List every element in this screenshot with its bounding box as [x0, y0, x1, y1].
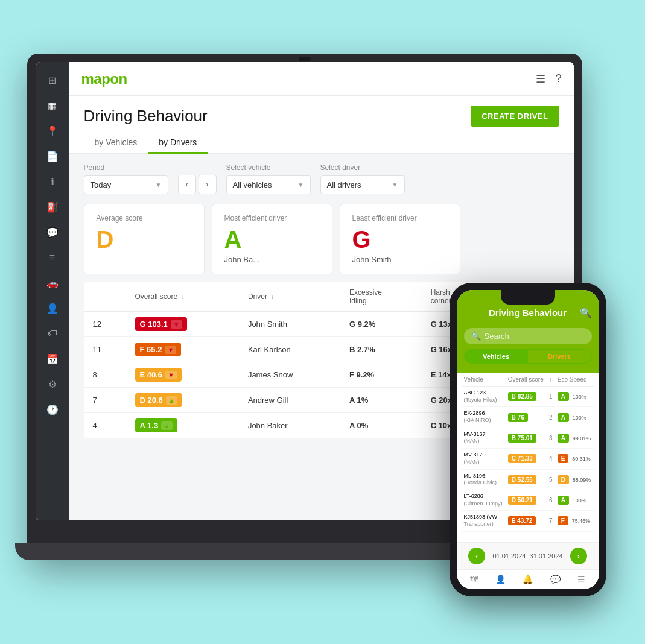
- ph-rank-cell: 5: [547, 469, 555, 490]
- driver-cell: James Snow: [240, 362, 341, 388]
- vehicle-filter-group: Select vehicle All vehicles ▼: [226, 163, 311, 194]
- phone-nav-map-icon[interactable]: 🗺: [470, 575, 478, 584]
- sidebar-icon-location[interactable]: 📍: [42, 120, 63, 142]
- phone-nav-user-icon[interactable]: 👤: [495, 575, 506, 584]
- driver-value: All drivers: [327, 180, 361, 189]
- driver-select[interactable]: All drivers ▼: [320, 175, 405, 194]
- col-overall-score[interactable]: Overall score ↓: [127, 282, 240, 312]
- rank-cell: 7: [84, 388, 127, 413]
- phone-next-button[interactable]: ›: [570, 548, 587, 564]
- col-excessive-idling[interactable]: ExcessiveIdling: [341, 282, 422, 312]
- phone-bottom-nav: 🗺 👤 🔔 💬 ☰: [457, 569, 599, 589]
- sidebar-icon-chat[interactable]: 💬: [42, 221, 63, 243]
- ph-vehicle-cell: MV-3167(MAN): [462, 428, 506, 448]
- phone-search-bar[interactable]: 🔍 Search: [464, 328, 592, 344]
- phone-search-icon[interactable]: 🔍: [580, 307, 592, 318]
- ph-score-cell: C 71.33: [506, 449, 547, 469]
- phone-table-body: ABC-123(Toyota Hilux) B 82.85 1 A 100% E…: [462, 387, 594, 532]
- ph-col-overall: Overall score: [506, 373, 547, 387]
- phone-table-row: MV-3167(MAN) B 75.01 3 A 99.01%: [462, 428, 594, 448]
- driver-cell: Karl Karlson: [240, 337, 341, 362]
- tab-by-vehicles[interactable]: by Vehicles: [84, 133, 148, 154]
- vehicle-select[interactable]: All vehicles ▼: [226, 175, 311, 194]
- period-label: Period: [84, 163, 168, 172]
- phone-search-placeholder: Search: [485, 332, 509, 341]
- phone-search-icon-inner: 🔍: [471, 332, 481, 341]
- period-filter-group: Period Today ▼: [84, 163, 168, 194]
- rank-cell: 11: [84, 337, 127, 362]
- ph-vehicle-cell: ML-8196(Honda Civic): [462, 469, 506, 490]
- filters-row: Period Today ▼ ‹ › Select vehicle: [69, 154, 574, 204]
- help-icon[interactable]: ?: [555, 72, 561, 86]
- driver-cell: John Smith: [240, 312, 341, 337]
- phone-nav-menu-icon[interactable]: ☰: [577, 575, 585, 584]
- sidebar-icon-tag[interactable]: 🏷: [42, 323, 63, 344]
- vehicle-value: All vehicles: [233, 180, 272, 189]
- phone-data-table: Vehicle Overall score ↑ Eco Speed ABC-12…: [462, 373, 594, 532]
- sidebar-icon-user[interactable]: 👤: [42, 297, 63, 319]
- sidebar-icon-settings[interactable]: ⚙: [42, 373, 63, 395]
- phone-screen: Driving Behaviour 🔍 🔍 Search Vehicles Dr…: [457, 290, 599, 589]
- menu-icon[interactable]: ☰: [536, 72, 545, 86]
- col-driver[interactable]: Driver ↓: [240, 282, 341, 312]
- ph-score-cell: B 76: [506, 407, 547, 428]
- sidebar-icon-clock[interactable]: 🕐: [42, 399, 63, 420]
- least-efficient-letter: G: [352, 227, 448, 251]
- page-header: Driving Behaviour CREATE DRIVEL by Vehic…: [69, 96, 574, 154]
- period-arrow-icon: ▼: [156, 182, 162, 188]
- score-cell: A 1.3 ▲: [127, 413, 240, 438]
- phone-table-row: EX-2896(KIA NIRO) B 76 2 A 100%: [462, 407, 594, 428]
- sidebar-icon-list[interactable]: ≡: [42, 247, 63, 268]
- phone-tab-vehicles[interactable]: Vehicles: [465, 350, 528, 363]
- logo-text-before: map: [81, 71, 110, 87]
- sidebar-icon-calendar[interactable]: 📅: [42, 348, 63, 370]
- ph-vehicle-cell: KJ51893 (VWTransporter): [462, 511, 506, 531]
- vehicle-label: Select vehicle: [226, 163, 311, 172]
- least-efficient-title: Least efficient driver: [352, 214, 448, 223]
- prev-period-button[interactable]: ‹: [178, 175, 196, 194]
- phone-table-area: Vehicle Overall score ↑ Eco Speed ABC-12…: [457, 373, 599, 542]
- ph-eco-cell: A 100%: [555, 407, 594, 428]
- rank-cell: 8: [84, 362, 127, 388]
- tab-by-drivers[interactable]: by Drivers: [148, 133, 208, 154]
- sidebar-icon-grid[interactable]: ⊞: [42, 69, 63, 91]
- driver-arrow-icon: ▼: [392, 182, 398, 188]
- ph-rank-cell: 4: [547, 449, 555, 469]
- sidebar-icon-document[interactable]: 📄: [42, 145, 63, 167]
- ph-vehicle-cell: EX-2896(KIA NIRO): [462, 407, 506, 428]
- sidebar-icon-alert[interactable]: ℹ: [42, 171, 63, 192]
- logo: mapon: [81, 71, 127, 87]
- ph-eco-cell: F 75.46%: [555, 511, 594, 531]
- phone-table-row: ABC-123(Toyota Hilux) B 82.85 1 A 100%: [462, 387, 594, 407]
- create-button[interactable]: CREATE DRIVEL: [471, 106, 559, 127]
- most-efficient-title: Most efficient driver: [224, 214, 320, 223]
- sidebar-icon-dashboard[interactable]: ▦: [42, 95, 63, 116]
- phone-footer: ‹ 01.01.2024–31.01.2024 ›: [457, 542, 599, 569]
- phone-nav-chat-icon[interactable]: 💬: [550, 575, 561, 584]
- tabs: by Vehicles by Drivers: [84, 133, 559, 153]
- next-period-button[interactable]: ›: [199, 175, 217, 194]
- phone-date-range: 01.01.2024–31.01.2024: [492, 552, 562, 560]
- ph-score-cell: B 75.01: [506, 428, 547, 448]
- phone-table-row: MV-3170(MAN) C 71.33 4 E 80.31%: [462, 449, 594, 469]
- phone-table-row: LT-6286(Citroen Jumpy) D 50.21 6 A 100%: [462, 490, 594, 510]
- topbar: mapon ☰ ?: [69, 62, 574, 96]
- excess-idling-cell: G 9.2%: [341, 312, 422, 337]
- ph-vehicle-cell: ABC-123(Toyota Hilux): [462, 387, 506, 407]
- phone-tab-drivers[interactable]: Drivers: [528, 350, 591, 363]
- ph-score-cell: E 43.72: [506, 511, 547, 531]
- phone: Driving Behaviour 🔍 🔍 Search Vehicles Dr…: [450, 283, 606, 596]
- ph-eco-cell: A 100%: [555, 387, 594, 407]
- driver-label: Select driver: [320, 163, 405, 172]
- ph-eco-cell: A 99.01%: [555, 428, 594, 448]
- sidebar-icon-fuel[interactable]: ⛽: [42, 196, 63, 218]
- period-select[interactable]: Today ▼: [84, 175, 168, 194]
- ph-rank-cell: 3: [547, 428, 555, 448]
- excess-idling-cell: F 9.2%: [341, 362, 422, 388]
- phone-prev-button[interactable]: ‹: [468, 548, 485, 564]
- ph-col-vehicle: Vehicle: [462, 373, 506, 387]
- excess-idling-cell: A 1%: [341, 388, 422, 413]
- sidebar-icon-car[interactable]: 🚗: [42, 272, 63, 294]
- phone-nav-bell-icon[interactable]: 🔔: [523, 575, 533, 584]
- phone-tabs: Vehicles Drivers: [464, 349, 592, 364]
